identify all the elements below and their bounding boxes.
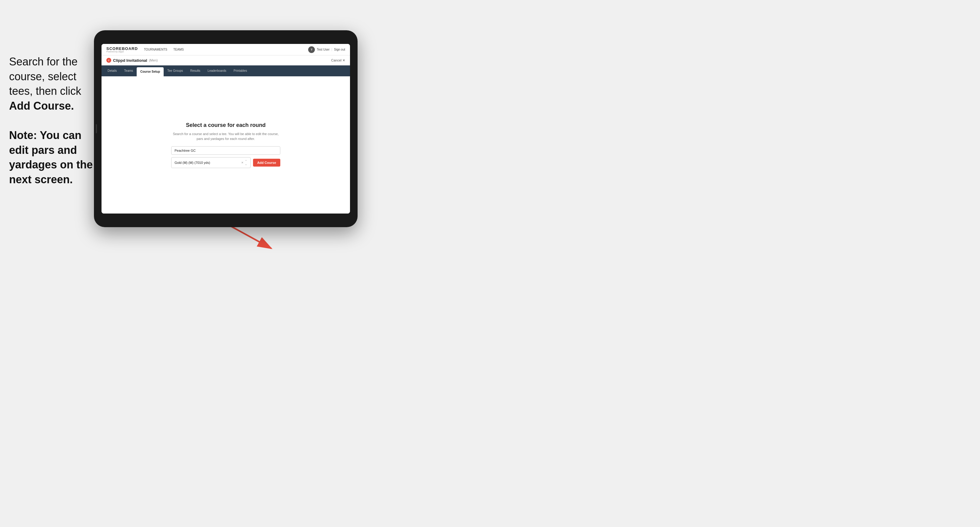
nav-teams[interactable]: TEAMS — [173, 48, 184, 51]
tab-bar: Details Teams Course Setup Tee Groups Re… — [102, 65, 350, 76]
sign-out-link[interactable]: Sign out — [334, 48, 345, 51]
tournament-gender: (Men) — [149, 59, 158, 62]
annotation-left: Search for thecourse, selecttees, then c… — [9, 54, 94, 187]
logo-sub: Powered by clippd — [107, 51, 138, 53]
course-section: Select a course for each round Search fo… — [171, 122, 280, 168]
annotation-search-text: Search for thecourse, selecttees, then c… — [9, 56, 81, 112]
cancel-icon: ✕ — [342, 59, 345, 62]
navbar-right: T Test User | Sign out — [308, 46, 345, 53]
tab-leaderboards[interactable]: Leaderboards — [204, 65, 230, 76]
tee-select-icons: ✕ ⌃⌄ — [241, 160, 247, 166]
course-search-input[interactable] — [171, 146, 280, 155]
chevron-icon: ⌃⌄ — [245, 160, 247, 166]
pipe-divider: | — [331, 48, 332, 51]
logo-area: SCOREBOARD Powered by clippd — [107, 47, 138, 53]
section-title: Select a course for each round — [171, 122, 280, 129]
tab-results[interactable]: Results — [187, 65, 204, 76]
tab-details[interactable]: Details — [104, 65, 121, 76]
annotation-note: Note: You canedit pars andyardages on th… — [9, 129, 93, 186]
user-name: Test User — [317, 48, 329, 51]
nav-tournaments[interactable]: TOURNAMENTS — [144, 48, 167, 51]
user-avatar: T — [308, 46, 315, 53]
tournament-title-row: C Clippd Invitational (Men) — [107, 58, 158, 63]
search-input-wrap — [171, 146, 280, 155]
tab-teams[interactable]: Teams — [121, 65, 137, 76]
cancel-button[interactable]: Cancel ✕ — [331, 59, 345, 62]
add-course-button[interactable]: Add Course — [253, 159, 280, 167]
tablet-screen: SCOREBOARD Powered by clippd TOURNAMENTS… — [102, 44, 350, 214]
tee-select-row: Gold (M) (M) (7010 yds) ✕ ⌃⌄ Add Course — [171, 157, 280, 168]
tab-course-setup[interactable]: Course Setup — [137, 67, 164, 76]
cancel-label: Cancel — [331, 59, 342, 62]
tablet-side-button — [96, 124, 97, 133]
navbar-left: SCOREBOARD Powered by clippd TOURNAMENTS… — [107, 47, 184, 53]
clear-icon[interactable]: ✕ — [241, 161, 243, 164]
section-description: Search for a course and select a tee. Yo… — [171, 132, 280, 141]
content-area: Select a course for each round Search fo… — [102, 76, 350, 214]
navbar: SCOREBOARD Powered by clippd TOURNAMENTS… — [102, 44, 350, 56]
tab-printables[interactable]: Printables — [230, 65, 251, 76]
tournament-name: Clippd Invitational — [113, 58, 147, 63]
tee-select-control[interactable]: Gold (M) (M) (7010 yds) ✕ ⌃⌄ — [171, 157, 251, 168]
tablet-frame: SCOREBOARD Powered by clippd TOURNAMENTS… — [94, 30, 358, 227]
tournament-icon: C — [107, 58, 111, 63]
annotation-bold: Add Course. — [9, 100, 74, 112]
tee-value-label: Gold (M) (M) (7010 yds) — [175, 161, 210, 165]
logo-title: SCOREBOARD — [107, 47, 138, 51]
tournament-header: C Clippd Invitational (Men) Cancel ✕ — [102, 56, 350, 65]
tab-tee-groups[interactable]: Tee Groups — [164, 65, 187, 76]
